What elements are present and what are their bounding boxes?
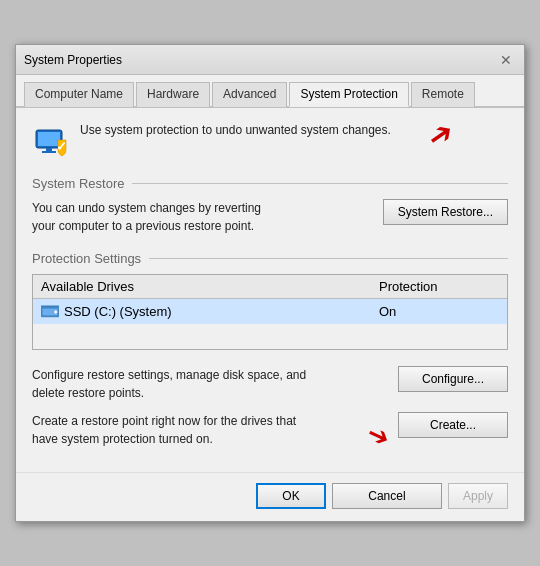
close-button[interactable]: ✕ xyxy=(496,50,516,70)
ok-button[interactable]: OK xyxy=(256,483,326,509)
svg-text:✓: ✓ xyxy=(56,139,67,154)
system-restore-section: System Restore You can undo system chang… xyxy=(32,176,508,235)
apply-button: Apply xyxy=(448,483,508,509)
window-title: System Properties xyxy=(24,53,122,67)
tab-system-protection[interactable]: System Protection xyxy=(289,82,408,107)
tab-hardware[interactable]: Hardware xyxy=(136,82,210,107)
drives-table-header: Available Drives Protection xyxy=(33,275,507,299)
drive-name: SSD (C:) (System) xyxy=(64,304,379,319)
svg-rect-2 xyxy=(46,148,52,151)
shield-icon: ✓ xyxy=(32,122,70,160)
table-row[interactable]: SSD (C:) (System) On xyxy=(33,299,507,324)
create-text: Create a restore point right now for the… xyxy=(32,412,388,448)
footer: OK Cancel Apply xyxy=(16,472,524,521)
svg-rect-3 xyxy=(42,151,56,153)
configure-text: Configure restore settings, manage disk … xyxy=(32,366,388,402)
col-protection-header: Protection xyxy=(379,279,499,294)
system-properties-window: System Properties ✕ Computer Name Hardwa… xyxy=(15,44,525,522)
tab-computer-name[interactable]: Computer Name xyxy=(24,82,134,107)
cancel-button[interactable]: Cancel xyxy=(332,483,442,509)
system-restore-button[interactable]: System Restore... xyxy=(383,199,508,225)
bottom-actions: Configure restore settings, manage disk … xyxy=(32,366,508,448)
tab-bar: Computer Name Hardware Advanced System P… xyxy=(16,75,524,108)
title-bar: System Properties ✕ xyxy=(16,45,524,75)
svg-rect-8 xyxy=(41,305,59,307)
configure-row: Configure restore settings, manage disk … xyxy=(32,366,508,402)
protection-settings-section: Protection Settings Available Drives Pro… xyxy=(32,251,508,350)
create-button[interactable]: Create... xyxy=(398,412,508,438)
tab-remote[interactable]: Remote xyxy=(411,82,475,107)
drives-table-body: SSD (C:) (System) On xyxy=(33,299,507,349)
restore-description: You can undo system changes by reverting… xyxy=(32,199,373,235)
create-row: Create a restore point right now for the… xyxy=(32,412,508,448)
create-row-wrapper: Create a restore point right now for the… xyxy=(32,412,508,448)
info-section-wrapper: ✓ Use system protection to undo unwanted… xyxy=(32,122,508,160)
drive-icon xyxy=(41,305,59,319)
configure-button[interactable]: Configure... xyxy=(398,366,508,392)
tab-advanced[interactable]: Advanced xyxy=(212,82,287,107)
col-drives-header: Available Drives xyxy=(41,279,379,294)
system-restore-header: System Restore xyxy=(32,176,508,191)
svg-point-7 xyxy=(54,310,57,313)
content-area: ✓ Use system protection to undo unwanted… xyxy=(16,108,524,472)
restore-section: You can undo system changes by reverting… xyxy=(32,199,508,235)
protection-settings-header: Protection Settings xyxy=(32,251,508,266)
drives-table: Available Drives Protection SSD (C: xyxy=(32,274,508,350)
drive-protection: On xyxy=(379,304,499,319)
